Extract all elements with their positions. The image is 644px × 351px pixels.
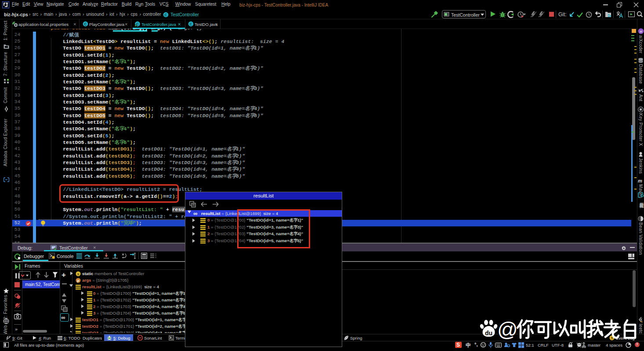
svg-text:@: @ — [497, 318, 518, 341]
svg-text:ai: ai — [640, 30, 642, 33]
svg-text:du: du — [485, 330, 492, 337]
svg-text:C: C — [164, 13, 167, 17]
svg-text:p: p — [77, 279, 80, 283]
svg-text:C: C — [189, 22, 192, 26]
svg-text:s: s — [77, 272, 80, 276]
svg-text:C: C — [84, 22, 87, 26]
svg-text:so: so — [507, 345, 510, 347]
